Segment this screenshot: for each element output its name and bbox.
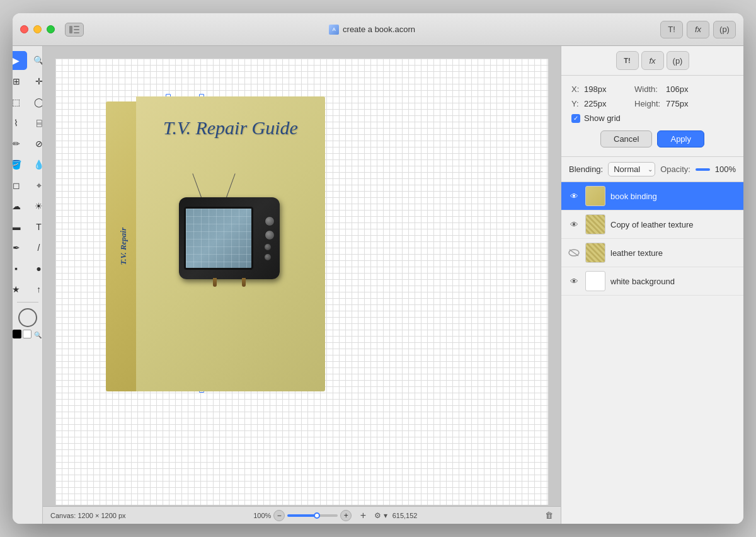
zoom-slider-thumb xyxy=(314,512,320,519)
close-button[interactable] xyxy=(20,25,28,33)
black-color-swatch[interactable] xyxy=(13,330,21,338)
opacity-value: 100% xyxy=(715,165,736,174)
svg-rect-3 xyxy=(74,32,79,33)
pencil-tool[interactable]: ✏ xyxy=(13,134,27,153)
layer-eye-icon[interactable] xyxy=(568,246,580,259)
fx-icon: fx xyxy=(695,25,701,34)
width-label: Width: xyxy=(634,84,666,94)
tv-knob-4 xyxy=(265,254,271,260)
main-area: ▶ 🔍 ⊞ ✛ ⬚ ◯ ⌇ ⌸ ✏ ⊘ 🪣 💧 xyxy=(13,46,743,524)
star-tool[interactable]: ★ xyxy=(13,280,27,299)
layer-eye-icon[interactable]: 👁 xyxy=(568,218,580,231)
y-property-row: Y: 225px Height: 775px xyxy=(571,99,733,108)
add-layer-button[interactable]: + xyxy=(357,509,369,522)
window-title: create a book.acorn xyxy=(343,25,415,34)
canvas-bottom-bar: Canvas: 1200 × 1200 px 100% − + + ⚙ ▾ 61… xyxy=(43,506,561,524)
layer-item[interactable]: 👁 white background xyxy=(561,267,743,296)
titlebar-right: T! fx (p) xyxy=(660,21,736,38)
zoom-tool[interactable]: 🔍 xyxy=(28,51,43,70)
opacity-slider[interactable] xyxy=(696,168,710,171)
panel-tabs: T! fx (p) xyxy=(561,46,743,76)
tv-knob-3 xyxy=(265,244,271,250)
book-title: T.V. Repair Guide xyxy=(163,115,298,140)
transform-tool[interactable]: ✛ xyxy=(28,72,43,91)
lasso-tool[interactable]: ⌇ xyxy=(13,113,27,132)
zoom-in-button[interactable]: + xyxy=(340,510,352,521)
blending-mode-select[interactable]: Normal Multiply Screen Overlay xyxy=(608,162,655,176)
tab-tool-options[interactable]: T! xyxy=(616,51,639,70)
ellipse-select-tool[interactable]: ◯ xyxy=(28,93,43,112)
layer-item[interactable]: 👁 Copy of leather texture xyxy=(561,211,743,239)
white-color-swatch[interactable] xyxy=(23,330,32,338)
titlebar-center: A create a book.acorn xyxy=(89,25,655,35)
tv-leg-right xyxy=(242,278,246,287)
color-swatch-area: 🔍 xyxy=(13,308,43,340)
svg-rect-0 xyxy=(69,26,72,33)
select-tool[interactable]: ▶ xyxy=(13,51,27,70)
clone-tool[interactable]: ⌖ xyxy=(28,176,43,195)
arrow-tool[interactable]: ↑ xyxy=(28,280,43,299)
maximize-button[interactable] xyxy=(47,25,55,33)
brightness-tool[interactable]: ☀ xyxy=(28,197,43,216)
minimize-button[interactable] xyxy=(33,25,42,33)
properties-area: X: 198px Width: 106px Y: 225px Height: 7… xyxy=(561,76,743,157)
zoom-out-button[interactable]: − xyxy=(273,510,285,521)
blending-select-wrap: Normal Multiply Screen Overlay xyxy=(608,162,655,176)
rect-select-tool[interactable]: ⬚ xyxy=(13,93,27,112)
rect-fill-tool[interactable]: ▪ xyxy=(13,259,27,278)
pen-tool[interactable]: ⊘ xyxy=(28,134,43,153)
blending-row: Blending: Normal Multiply Screen Overlay… xyxy=(561,157,743,182)
foreground-color[interactable] xyxy=(18,308,37,327)
svg-rect-1 xyxy=(74,26,79,27)
eyedropper-tool[interactable]: 💧 xyxy=(28,155,43,174)
y-value: 225px xyxy=(584,99,622,108)
cancel-button[interactable]: Cancel xyxy=(600,130,652,147)
sidebar-toggle-button[interactable] xyxy=(65,23,84,37)
canvas-area[interactable]: T.V. Repair T.V. Repair Guide xyxy=(43,46,561,524)
book-spine: T.V. Repair xyxy=(106,101,140,391)
layer-item[interactable]: 👁 book binding xyxy=(561,182,743,211)
bezier-tool[interactable]: ✒ xyxy=(13,238,27,257)
tab-p[interactable]: (p) xyxy=(667,51,689,70)
layer-name: white background xyxy=(610,277,737,286)
text-tool[interactable]: T xyxy=(28,217,43,236)
tv-legs xyxy=(213,278,246,287)
tv-knob-2 xyxy=(265,230,275,240)
paint-bucket-tool[interactable]: 🪣 xyxy=(13,155,27,174)
magic-lasso-tool[interactable]: ⌸ xyxy=(28,113,43,132)
layer-options-button[interactable]: ⚙ ▾ xyxy=(374,511,387,520)
tool-divider xyxy=(17,302,38,303)
book-front: T.V. Repair Guide xyxy=(136,96,325,391)
height-value: 775px xyxy=(666,99,704,108)
tool-options-button[interactable]: T! xyxy=(660,21,683,38)
layer-item[interactable]: leather texture xyxy=(561,239,743,267)
book-cover: T.V. Repair T.V. Repair Guide xyxy=(106,96,326,393)
layer-eye-icon[interactable]: 👁 xyxy=(568,190,580,202)
layer-thumbnail xyxy=(585,243,605,263)
rect-shape-tool[interactable]: ▬ xyxy=(13,217,27,236)
canvas-bg: T.V. Repair T.V. Repair Guide xyxy=(55,59,548,505)
crop-tool[interactable]: ⊞ xyxy=(13,72,27,91)
apply-button[interactable]: Apply xyxy=(657,130,704,147)
layer-eye-icon[interactable]: 👁 xyxy=(568,275,580,287)
fx-button[interactable]: fx xyxy=(687,21,709,38)
color-bw-swatches: 🔍 xyxy=(13,330,43,340)
cloud-shape-tool[interactable]: ☁ xyxy=(13,197,27,216)
book-container: T.V. Repair T.V. Repair Guide xyxy=(106,96,326,393)
toolbar: ▶ 🔍 ⊞ ✛ ⬚ ◯ ⌇ ⌸ ✏ ⊘ 🪣 💧 xyxy=(13,46,43,524)
action-buttons: Cancel Apply xyxy=(571,130,733,147)
layer-thumbnail xyxy=(585,271,605,291)
eraser-tool[interactable]: ◻ xyxy=(13,176,27,195)
tab-fx[interactable]: fx xyxy=(641,51,664,70)
show-grid-label: Show grid xyxy=(584,113,621,123)
line-tool[interactable]: / xyxy=(28,238,43,257)
p-button[interactable]: (p) xyxy=(713,21,736,38)
delete-layer-button[interactable]: 🗑 xyxy=(545,511,553,520)
zoom-slider[interactable] xyxy=(287,514,338,517)
height-label: Height: xyxy=(634,99,666,108)
layer-name: book binding xyxy=(610,192,737,201)
ellipse-fill-tool[interactable]: ● xyxy=(28,259,43,278)
show-grid-checkbox[interactable]: ✓ xyxy=(571,114,580,123)
x-property-row: X: 198px Width: 106px xyxy=(571,84,733,94)
zoom-out-small[interactable]: 🔍 xyxy=(33,330,43,340)
